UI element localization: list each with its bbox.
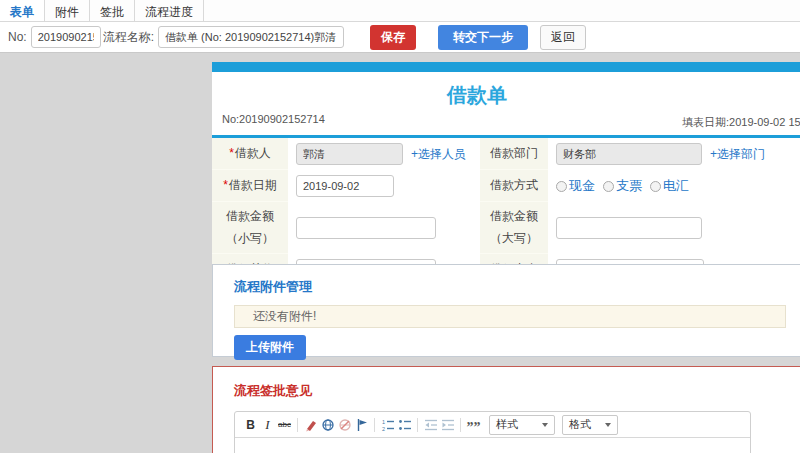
amount-lower-label: 借款金额（小写） <box>212 202 288 254</box>
borrower-label: *借款人 <box>212 138 288 170</box>
no-input[interactable] <box>31 26 101 48</box>
attachments-panel: 流程附件管理 还没有附件! 上传附件 <box>212 264 800 357</box>
required-marker: * <box>223 178 228 192</box>
chevron-down-icon <box>542 423 548 427</box>
unlink-icon[interactable] <box>336 416 353 433</box>
editor-toolbar: B I abc 12 <box>235 412 750 438</box>
outdent-icon[interactable] <box>422 416 439 433</box>
back-button[interactable]: 返回 <box>540 25 586 50</box>
next-step-button[interactable]: 转交下一步 <box>438 25 528 50</box>
radio-cash-label[interactable]: 现金 <box>569 177 595 195</box>
approval-editor: B I abc 12 <box>234 411 751 453</box>
toolbar-separator <box>460 418 461 432</box>
remove-format-icon[interactable] <box>302 416 319 433</box>
department-label: 借款部门 <box>480 138 548 170</box>
loan-method-label: 借款方式 <box>480 170 548 202</box>
form-toolbar: No: 流程名称: 保存 转交下一步 返回 <box>0 22 800 53</box>
numbered-list-icon[interactable]: 12 <box>379 416 396 433</box>
tab-attachments[interactable]: 附件 <box>45 0 90 21</box>
blockquote-icon[interactable]: ”” <box>465 416 482 433</box>
department-input[interactable] <box>556 143 702 165</box>
radio-cheque[interactable] <box>603 181 614 192</box>
tab-form[interactable]: 表单 <box>0 0 45 21</box>
no-label: No: <box>8 30 27 44</box>
approval-panel: 流程签批意见 B I abc 12 <box>212 366 800 453</box>
no-attachments-notice: 还没有附件! <box>234 305 786 328</box>
panel-header-bar <box>212 62 800 72</box>
chevron-down-icon <box>605 423 611 427</box>
toolbar-separator <box>417 418 418 432</box>
borrower-input[interactable] <box>296 143 403 165</box>
select-department-link[interactable]: +选择部门 <box>710 146 765 163</box>
radio-wire[interactable] <box>650 181 661 192</box>
strikethrough-icon[interactable]: abc <box>276 416 293 433</box>
select-person-link[interactable]: +选择人员 <box>411 146 466 163</box>
process-name-input[interactable] <box>158 26 344 48</box>
tab-progress[interactable]: 流程进度 <box>135 0 204 21</box>
editor-content-area[interactable] <box>235 438 750 453</box>
loan-form-panel: 借款单 No:20190902152714 填表日期:2019-09-02 15… <box>212 62 800 289</box>
toolbar-separator <box>297 418 298 432</box>
toolbar-separator <box>374 418 375 432</box>
radio-cheque-label[interactable]: 支票 <box>616 177 642 195</box>
amount-lower-input[interactable] <box>296 217 436 239</box>
page-title: 借款单 <box>447 84 507 106</box>
tab-approval[interactable]: 签批 <box>90 0 135 21</box>
radio-cash[interactable] <box>556 181 567 192</box>
loan-method-radio-group: 现金 支票 电汇 <box>556 177 697 195</box>
bold-icon[interactable]: B <box>242 416 259 433</box>
svg-text:2: 2 <box>382 425 385 431</box>
tab-bar: 表单 附件 签批 流程进度 <box>0 0 800 22</box>
loan-date-input[interactable] <box>296 175 394 197</box>
required-marker: * <box>229 146 234 160</box>
bulleted-list-icon[interactable] <box>396 416 413 433</box>
approval-title: 流程签批意见 <box>234 382 800 400</box>
upload-attachment-button[interactable]: 上传附件 <box>234 335 306 360</box>
styles-dropdown[interactable]: 样式 <box>489 415 555 435</box>
link-icon[interactable] <box>319 416 336 433</box>
anchor-flag-icon[interactable] <box>353 416 370 433</box>
format-dropdown[interactable]: 格式 <box>562 415 618 435</box>
radio-wire-label[interactable]: 电汇 <box>663 177 689 195</box>
document-number: No:20190902152714 <box>222 113 325 125</box>
amount-upper-label: 借款金额（大写） <box>480 202 548 254</box>
svg-text:1: 1 <box>382 418 385 424</box>
italic-icon[interactable]: I <box>259 416 276 433</box>
loan-date-label: *借款日期 <box>212 170 288 202</box>
fill-date: 填表日期:2019-09-02 15:27:1 <box>682 115 800 130</box>
top-bar: 表单 附件 签批 流程进度 No: 流程名称: 保存 转交下一步 返回 <box>0 0 800 53</box>
amount-upper-input[interactable] <box>556 217 702 239</box>
indent-icon[interactable] <box>439 416 456 433</box>
attachments-title: 流程附件管理 <box>234 278 800 296</box>
process-name-label: 流程名称: <box>103 29 154 46</box>
save-button[interactable]: 保存 <box>370 25 416 50</box>
